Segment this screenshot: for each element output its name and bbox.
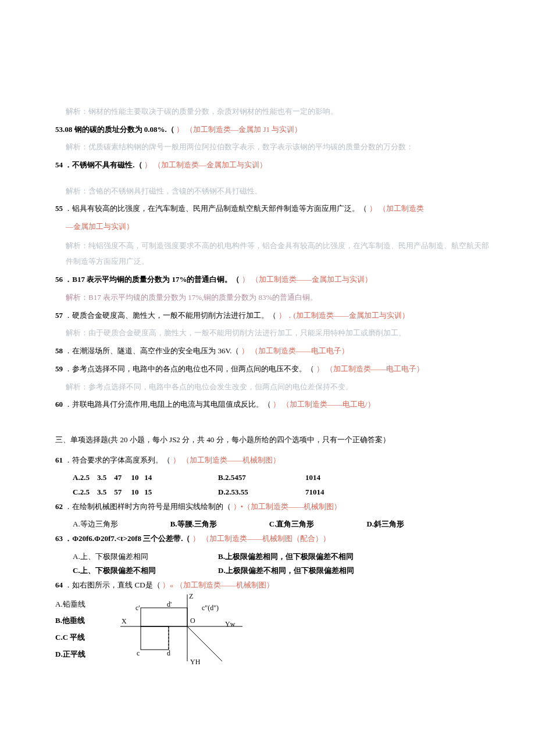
- fig-Z: Z: [189, 592, 193, 600]
- q56-tag: ） （加工制造类——金属加工与实训）: [242, 275, 372, 284]
- q55-num: 55: [55, 204, 63, 213]
- q58-tag: ） （加工制造类——电工电子）: [241, 346, 349, 355]
- fig-Yw: Yw: [225, 620, 236, 628]
- q63-B: B.上极限偏差相同，但下极限偏差不相同: [218, 550, 354, 564]
- question-63: 63 ．Φ20f6.Φ20f7.<t>20f8 三个公差带.（ ） （加工制造类…: [55, 532, 491, 546]
- q63-text: ．Φ20f6.Φ20f7.<t>20f8 三个公差带.（: [65, 534, 190, 543]
- q62-num: 62: [55, 502, 63, 511]
- q62-D: D.斜三角形: [366, 517, 404, 532]
- q59-num: 59: [55, 364, 63, 373]
- question-58: 58 ．在潮湿场所、隧道、高空作业的安全电压为 36V.（ ） （加工制造类——…: [55, 344, 491, 359]
- q56-text: ．B17 表示平均铜的质量分数为 17%的普通白铜。（: [65, 275, 240, 284]
- q64-B: B.他垂线: [55, 612, 85, 629]
- question-53: 53.08 钢的碳的质址分数为 0.08%.（ ） （加工制造类—金属加 J1 …: [55, 123, 491, 137]
- svg-rect-3: [141, 608, 187, 626]
- q57-tag: ）．(加工制造类——金属加工与实训）: [279, 311, 409, 320]
- q55-cont: —金属加工与实训）: [55, 220, 491, 234]
- q53-tag: ） （加工制造类—金属加 J1 与实训）: [176, 125, 302, 134]
- projection-diagram: Z X Yw YH c' d' c"(d") O c d: [109, 592, 254, 667]
- question-57: 57 ．硬质合金硬度高、脆性大，一般不能用切削方法进行加工。（ ）．(加工制造类…: [55, 309, 491, 323]
- q54-tag: ） （加工制造类—金属加工与实训）: [144, 160, 267, 169]
- fig-d: d: [167, 649, 170, 657]
- question-54: 54 ．不锈钢不具有磁性.（ ） （加工制造类—金属加工与实训）: [55, 158, 491, 173]
- q61-tag: ） （加工制造类——机械制图）: [173, 456, 280, 464]
- q61-optD-num: 71014: [305, 485, 324, 500]
- question-56: 56 ．B17 表示平均铜的质量分数为 17%的普通白铜。（ ） （加工制造类—…: [55, 273, 491, 287]
- explanation-57: 解析：由于硬质合金硬度高，脆性大，一般不能用切削方法进行加工，只能采用特种加工或…: [55, 326, 491, 341]
- explanation-54: 解析：含铬的不锈钢具打磁性，含镍的不锈钢不具打磁性。: [55, 184, 491, 199]
- q62-text: ．在绘制机械图样时方向符号是用细实线绘制的（: [65, 502, 231, 511]
- q59-tag: ） （加工制造类——电工电子）: [316, 364, 424, 373]
- fig-c: c: [137, 649, 140, 657]
- q61-optD: D.2.53.55: [218, 485, 276, 500]
- question-55: 55 ．铝具有较高的比强度，在汽车制造、民用产品制造航空航天部件制造等方面应用广…: [55, 202, 491, 216]
- fig-cp: c': [135, 604, 140, 612]
- q63-tag: ） （加工制造类——机械制图（配合））: [192, 534, 330, 543]
- explanation-56: 解析：B17 表示平均镍的质量分数为 17%,铜的质量分数为 83%的普通白铜。: [55, 291, 491, 305]
- q63-options: A.上、下极限偏差相同 B.上极限偏差相同，但下极限偏差不相同 C.上、下极限偏…: [55, 550, 491, 578]
- q53-text: 53.08 钢的碳的质址分数为 0.08%.（: [55, 125, 174, 134]
- q58-num: 58: [55, 346, 63, 355]
- q59-text: ．参考点选择不同，电路中的各点的电位也不同，但两点间的电压不变。（: [65, 364, 314, 373]
- q62-options: A.等边三角形 B.等腰.三角形 C.直角三角形 D.斜三角形: [55, 517, 491, 532]
- q61-optB-num: 1014: [305, 471, 320, 485]
- question-59: 59 ．参考点选择不同，电路中的各点的电位也不同，但两点间的电压不变。（ ） （…: [55, 362, 491, 377]
- q58-text: ．在潮湿场所、隧道、高空作业的安全电压为 36V.（: [65, 346, 239, 355]
- q61-num: 61: [55, 456, 63, 464]
- q61-text: ．符合要求的字体高度系列。（: [65, 456, 170, 464]
- q64-num: 64: [55, 581, 63, 589]
- fig-X: X: [122, 617, 127, 625]
- q63-A: A.上、下极限偏差相同: [73, 550, 218, 564]
- q63-C: C.上、下极限偏差不相同: [73, 564, 218, 578]
- q61-optA: A.2.5 3.5 47 10 14: [73, 471, 189, 485]
- q54-num: 54: [55, 160, 63, 169]
- q60-text: ．并联电路具仃分流作用,电阻上的电流与其电阻值成反比。（: [65, 400, 270, 409]
- q62-A: A.等边三角形: [73, 517, 118, 532]
- q64-tag: ）« （加工制造类——机械制图）: [162, 581, 274, 589]
- question-61: 61 ．符合要求的字体高度系列。（ ） （加工制造类——机械制图）: [55, 453, 491, 468]
- q57-text: ．硬质合金硬度高、脆性大，一般不能用切削方法进行加工。（: [65, 311, 276, 320]
- fig-dp: d': [167, 600, 172, 608]
- q55-text: ．铝具有较高的比强度，在汽车制造、民用产品制造航空航天部件制造等方面应用广泛。（: [65, 204, 367, 213]
- q64-C: C.C 平线: [55, 629, 85, 646]
- fig-O: O: [190, 617, 195, 625]
- question-60: 60 ．并联电路具仃分流作用,电阻上的电流与其电阻值成反比。（ ） （加工制造类…: [55, 397, 491, 412]
- q55-tag: ） （加工制造类: [369, 204, 424, 213]
- q54-text: ．不锈钢不具有磁性.（: [65, 160, 142, 169]
- question-62: 62 ．在绘制机械图样时方向符号是用细实线绘制的（ ）•（加工制造类——机械制图…: [55, 500, 491, 514]
- q64-D: D.正平线: [55, 646, 85, 663]
- q61-optC: C.2.5 3.5 57 10 15: [73, 485, 189, 500]
- q63-D: D.上极限偏差不相同，但下极限偏差相同: [218, 564, 354, 578]
- explanation-53: 解析：优质碳素结构钢的牌号一般用两位阿拉伯数字表示，数字表示该钢的平均碳的质量分…: [55, 140, 491, 155]
- fig-Yh: YH: [190, 658, 201, 666]
- q62-C: C.直角三角形: [269, 517, 315, 532]
- explanation-52: 解析：钢材的性能主要取决于碳的质量分数，杂质对钢材的性能也有一定的影响。: [55, 105, 491, 119]
- q62-tag: ）•（加工制造类——机械制图）: [233, 502, 342, 511]
- question-64: 64 ．如右图所示，直线 CD是（ ）« （加工制造类——机械制图）: [55, 578, 491, 593]
- fig-cdpp: c"(d"): [202, 604, 219, 612]
- q64-options: A.铅垂线 B.他垂线 C.C 平线 D.正平线: [55, 596, 85, 662]
- q63-num: 63: [55, 534, 63, 543]
- explanation-59: 解析：参考点选择不同，电路中各点的电位会发生改变，但两点间的电位差保持不变。: [55, 380, 491, 395]
- svg-line-2: [187, 626, 222, 661]
- section-title: 三、单项选择题(共 20 小题，每小 JS2 分，共 40 分，每小题所给的四个…: [55, 433, 491, 447]
- q62-B: B.等腰.三角形: [170, 517, 217, 532]
- explanation-55: 解析：纯铝强度不高，可制造强度要求不高的机电构件等，铝合金具有较高的比强度，在汽…: [55, 238, 491, 270]
- q64-text: ．如右图所示，直线 CD是（: [65, 581, 162, 589]
- page-body: 解析：钢材的性能主要取决于碳的质量分数，杂质对钢材的性能也有一定的影响。 53.…: [0, 0, 535, 756]
- q60-num: 60: [55, 400, 63, 409]
- q60-tag: ） （加工制造类——电工电/）: [273, 400, 375, 409]
- svg-rect-4: [141, 626, 169, 650]
- q64-A: A.铅垂线: [55, 596, 85, 613]
- q61-options-row2: C.2.5 3.5 57 10 15 D.2.53.55 71014: [55, 485, 491, 500]
- q61-optB: B.2.5457: [218, 471, 276, 485]
- q56-num: 56: [55, 275, 63, 284]
- q61-options-row1: A.2.5 3.5 47 10 14 B.2.5457 1014: [55, 471, 491, 485]
- q64-body: A.铅垂线 B.他垂线 C.C 平线 D.正平线 Z X Yw: [55, 596, 491, 667]
- q57-num: 57: [55, 311, 63, 320]
